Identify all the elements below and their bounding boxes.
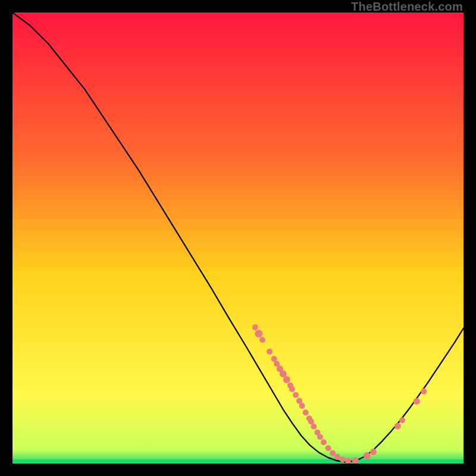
data-dot (267, 349, 273, 355)
data-dot (255, 330, 262, 337)
data-dot (252, 324, 258, 330)
data-dot (399, 417, 405, 423)
data-dot (352, 457, 359, 464)
data-dot (334, 454, 340, 460)
plot-svg (12, 12, 464, 464)
data-dot (414, 398, 420, 405)
gradient-background (12, 12, 464, 464)
data-dot (345, 458, 351, 464)
data-dot (259, 337, 265, 343)
data-dot (421, 389, 427, 394)
data-dot (311, 424, 317, 430)
data-dot (317, 434, 323, 440)
data-dot (321, 439, 327, 445)
green-baseline (12, 459, 464, 464)
watermark-text: TheBottleneck.com (351, 0, 463, 14)
data-dot (289, 386, 295, 392)
chart-frame: TheBottleneck.com (0, 0, 476, 476)
data-dot (283, 376, 290, 383)
data-dot (394, 423, 401, 430)
data-dot (370, 449, 377, 455)
data-dot (303, 409, 309, 415)
data-dot (325, 445, 331, 451)
data-dot (293, 392, 299, 398)
data-dot (340, 456, 346, 462)
data-dot (364, 452, 371, 459)
data-dot (299, 403, 305, 409)
